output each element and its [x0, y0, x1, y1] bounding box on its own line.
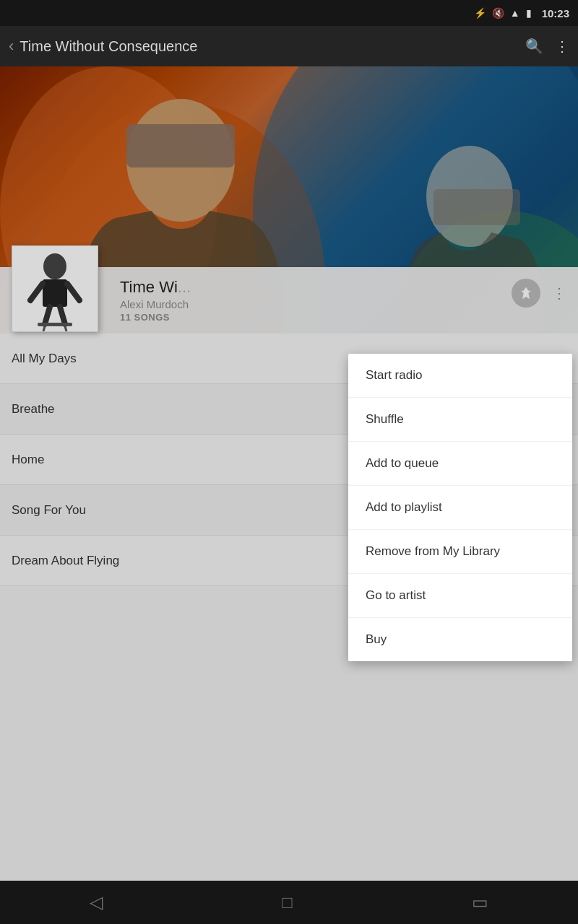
menu-item-add-to-playlist[interactable]: Add to playlist: [348, 486, 572, 530]
menu-item-remove-from-library[interactable]: Remove from My Library: [348, 530, 572, 574]
menu-item-go-to-artist[interactable]: Go to artist: [348, 574, 572, 618]
menu-item-start-radio[interactable]: Start radio: [348, 354, 572, 398]
menu-item-buy[interactable]: Buy: [348, 618, 572, 661]
menu-item-shuffle[interactable]: Shuffle: [348, 398, 572, 442]
menu-item-add-to-queue[interactable]: Add to queue: [348, 442, 572, 486]
context-menu: Start radio Shuffle Add to queue Add to …: [348, 354, 572, 661]
